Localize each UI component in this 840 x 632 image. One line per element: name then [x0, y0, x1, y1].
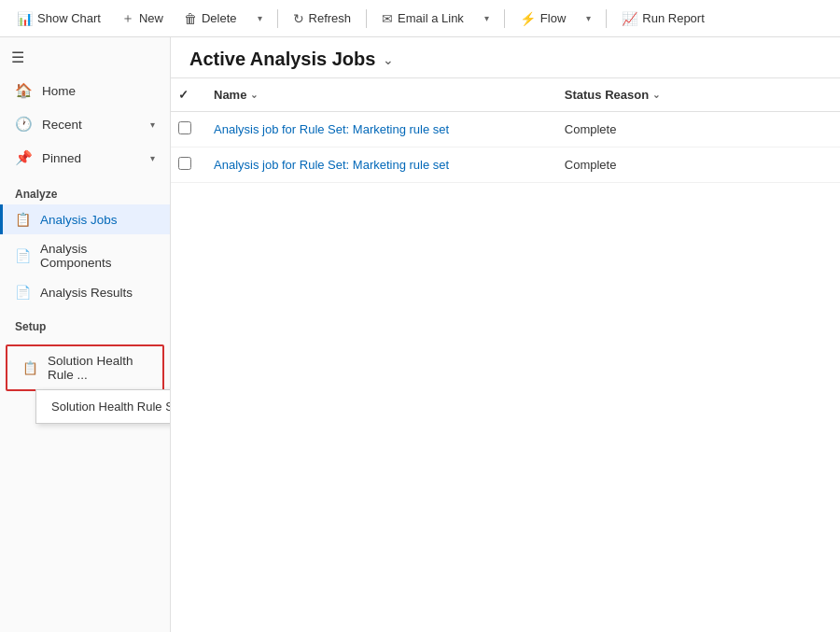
sidebar-item-analysis-results[interactable]: 📄 Analysis Results — [0, 277, 170, 307]
sidebar-item-home[interactable]: 🏠 Home — [0, 74, 170, 107]
table-header-name[interactable]: Name ⌄ — [199, 78, 550, 112]
row-name-link[interactable]: Analysis job for Rule Set: Marketing rul… — [214, 122, 449, 136]
trash-icon: 🗑 — [184, 11, 197, 26]
sidebar-item-analysis-jobs[interactable]: 📋 Analysis Jobs — [0, 204, 170, 234]
sidebar-pinned-label: Pinned — [42, 151, 81, 165]
sidebar-item-solution-health[interactable]: 📋 Solution Health Rule ... Solution Heal… — [6, 344, 164, 391]
solution-health-tooltip: Solution Health Rule Sets — [35, 389, 171, 424]
refresh-button[interactable]: ↻ Refresh — [284, 7, 361, 30]
row-name-cell: Analysis job for Rule Set: Marketing rul… — [199, 147, 550, 183]
main-layout: ☰ 🏠 Home 🕐 Recent ▾ 📌 Pinned ▾ Analyze 📋… — [0, 37, 840, 632]
analysis-results-icon: 📄 — [15, 285, 31, 300]
analyze-section-label: Analyze — [0, 175, 170, 204]
sidebar-solution-health-label: Solution Health Rule ... — [48, 354, 147, 382]
content-area: Active Analysis Jobs ⌄ ✓ Name — [171, 37, 840, 632]
pin-icon: 📌 — [15, 149, 33, 166]
table-body: Analysis job for Rule Set: Marketing rul… — [171, 112, 840, 183]
recent-icon: 🕐 — [15, 116, 33, 133]
chart-icon: 📊 — [17, 11, 33, 26]
sidebar-recent-label: Recent — [42, 118, 82, 132]
email-link-button[interactable]: ✉ Email a Link — [372, 7, 473, 30]
analysis-jobs-table: ✓ Name ⌄ Status Reason ⌄ — [171, 78, 840, 183]
page-title: Active Analysis Jobs — [189, 49, 375, 70]
row-name-cell: Analysis job for Rule Set: Marketing rul… — [199, 112, 550, 147]
home-icon: 🏠 — [15, 82, 33, 99]
row-status-cell: Complete — [550, 147, 840, 183]
row-checkbox[interactable] — [178, 121, 191, 134]
separator-2 — [366, 9, 367, 28]
sidebar-item-pinned[interactable]: 📌 Pinned ▾ — [0, 141, 170, 175]
hamburger-button[interactable]: ☰ — [0, 41, 170, 74]
analysis-jobs-icon: 📋 — [15, 212, 31, 227]
recent-chevron-icon: ▾ — [150, 119, 155, 130]
name-sort-icon: ⌄ — [250, 90, 258, 100]
solution-health-icon: 📋 — [22, 360, 38, 375]
row-status-cell: Complete — [550, 112, 840, 147]
separator-3 — [504, 9, 505, 28]
separator-1 — [277, 9, 278, 28]
table-row: Analysis job for Rule Set: Marketing rul… — [171, 147, 840, 183]
analysis-components-icon: 📄 — [15, 248, 31, 263]
sidebar-analysis-components-label: Analysis Components — [40, 242, 155, 270]
new-button[interactable]: ＋ New — [112, 7, 173, 31]
row-checkbox-cell[interactable] — [171, 147, 199, 183]
row-name-link[interactable]: Analysis job for Rule Set: Marketing rul… — [214, 158, 449, 172]
table-header-row: ✓ Name ⌄ Status Reason ⌄ — [171, 78, 840, 112]
plus-icon: ＋ — [121, 10, 134, 27]
sidebar-analysis-jobs-label: Analysis Jobs — [40, 213, 118, 227]
sidebar-item-recent[interactable]: 🕐 Recent ▾ — [0, 107, 170, 141]
table-header-status[interactable]: Status Reason ⌄ — [550, 78, 840, 112]
sidebar-item-analysis-components[interactable]: 📄 Analysis Components — [0, 234, 170, 277]
content-header: Active Analysis Jobs ⌄ — [171, 37, 840, 78]
solution-health-tooltip-item[interactable]: Solution Health Rule Sets — [36, 394, 171, 419]
row-checkbox-cell[interactable] — [171, 112, 199, 147]
flow-icon: ⚡ — [520, 11, 536, 26]
run-report-button[interactable]: 📈 Run Report — [612, 7, 713, 30]
pinned-chevron-icon: ▾ — [150, 153, 155, 163]
sidebar-home-label: Home — [42, 84, 76, 98]
delete-chevron-button[interactable]: ▾ — [248, 9, 272, 27]
check-mark-icon: ✓ — [178, 88, 189, 102]
title-chevron-icon[interactable]: ⌄ — [383, 52, 394, 67]
email-chevron-button[interactable]: ▾ — [475, 9, 498, 27]
show-chart-button[interactable]: 📊 Show Chart — [7, 7, 110, 30]
table-container: ✓ Name ⌄ Status Reason ⌄ — [171, 78, 840, 632]
hamburger-icon: ☰ — [11, 49, 24, 65]
setup-section: 📋 Solution Health Rule ... Solution Heal… — [0, 341, 170, 395]
email-icon: ✉ — [382, 11, 393, 26]
table-row: Analysis job for Rule Set: Marketing rul… — [171, 112, 840, 147]
table-header-check: ✓ — [171, 78, 199, 112]
refresh-icon: ↻ — [293, 11, 304, 26]
report-icon: 📈 — [622, 11, 637, 26]
status-sort-icon: ⌄ — [652, 90, 660, 100]
flow-button[interactable]: ⚡ Flow — [511, 7, 575, 30]
flow-chevron-button[interactable]: ▾ — [577, 9, 600, 27]
sidebar: ☰ 🏠 Home 🕐 Recent ▾ 📌 Pinned ▾ Analyze 📋… — [0, 37, 171, 632]
sidebar-analysis-results-label: Analysis Results — [40, 286, 133, 300]
separator-4 — [606, 9, 607, 28]
toolbar: 📊 Show Chart ＋ New 🗑 Delete ▾ ↻ Refresh … — [0, 0, 840, 37]
row-checkbox[interactable] — [178, 157, 191, 170]
setup-section-label: Setup — [0, 307, 170, 337]
delete-button[interactable]: 🗑 Delete — [175, 7, 246, 30]
